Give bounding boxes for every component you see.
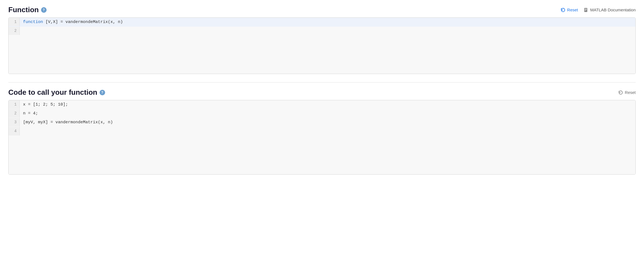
svg-rect-0: [584, 8, 587, 12]
line-content-2: [20, 27, 635, 29]
call-line-2: 2 n = 4;: [9, 109, 635, 118]
function-section: Function ? Reset: [8, 6, 636, 74]
function-header-actions: Reset MATLAB Documentation: [561, 7, 636, 12]
call-line-content-3: [myV, myX] = vandermondeMatrix(x, n): [20, 118, 635, 127]
call-line-content-4: [20, 127, 635, 129]
function-title: Function: [8, 6, 39, 14]
svg-rect-1: [585, 9, 587, 9]
call-editor-empty: [9, 135, 635, 174]
function-editor-empty: [9, 35, 635, 74]
call-section: Code to call your function ? Reset 1 x =…: [8, 88, 636, 174]
matlab-doc-label: MATLAB Documentation: [590, 7, 636, 12]
call-section-header: Code to call your function ? Reset: [8, 88, 636, 97]
section-divider: [8, 82, 636, 83]
call-line-number-3: 3: [9, 118, 20, 126]
function-line-2: 2: [9, 27, 635, 35]
line-content-1: function [V,X] = vandermondeMatrix(x, n): [20, 18, 635, 27]
line-number-2: 2: [9, 27, 20, 35]
function-reset-label: Reset: [567, 7, 578, 12]
call-line-content-2: n = 4;: [20, 109, 635, 118]
function-title-group: Function ?: [8, 6, 47, 14]
svg-rect-3: [585, 10, 586, 10]
svg-rect-2: [585, 9, 587, 10]
code-rest-1: [V,X] = vandermondeMatrix(x, n): [43, 20, 123, 24]
call-code-lines: 1 x = [1; 2; 5; 10]; 2 n = 4; 3 [myV, my…: [9, 100, 635, 174]
call-reset-label: Reset: [625, 90, 636, 95]
keyword-function: function: [23, 20, 43, 24]
reset-icon: [561, 7, 566, 12]
call-code-editor[interactable]: 1 x = [1; 2; 5; 10]; 2 n = 4; 3 [myV, my…: [8, 100, 636, 174]
call-line-number-1: 1: [9, 100, 20, 109]
call-header-actions: Reset: [618, 90, 636, 95]
function-section-header: Function ? Reset: [8, 6, 636, 14]
function-reset-button[interactable]: Reset: [561, 7, 578, 12]
call-line-3: 3 [myV, myX] = vandermondeMatrix(x, n): [9, 118, 635, 127]
call-title: Code to call your function: [8, 88, 97, 97]
call-reset-button[interactable]: Reset: [618, 90, 636, 95]
function-code-editor[interactable]: 1 function [V,X] = vandermondeMatrix(x, …: [8, 17, 636, 74]
call-line-4: 4: [9, 127, 635, 135]
function-help-icon[interactable]: ?: [41, 7, 47, 13]
line-number-1: 1: [9, 18, 20, 26]
call-line-content-1: x = [1; 2; 5; 10];: [20, 100, 635, 109]
function-line-1: 1 function [V,X] = vandermondeMatrix(x, …: [9, 18, 635, 27]
call-line-number-2: 2: [9, 109, 20, 117]
call-line-number-4: 4: [9, 127, 20, 135]
function-code-lines: 1 function [V,X] = vandermondeMatrix(x, …: [9, 18, 635, 74]
call-reset-icon: [618, 90, 623, 95]
call-help-icon[interactable]: ?: [100, 90, 105, 95]
matlab-doc-button[interactable]: MATLAB Documentation: [584, 7, 636, 12]
call-title-group: Code to call your function ?: [8, 88, 105, 97]
call-line-1: 1 x = [1; 2; 5; 10];: [9, 100, 635, 109]
doc-icon: [584, 7, 589, 12]
